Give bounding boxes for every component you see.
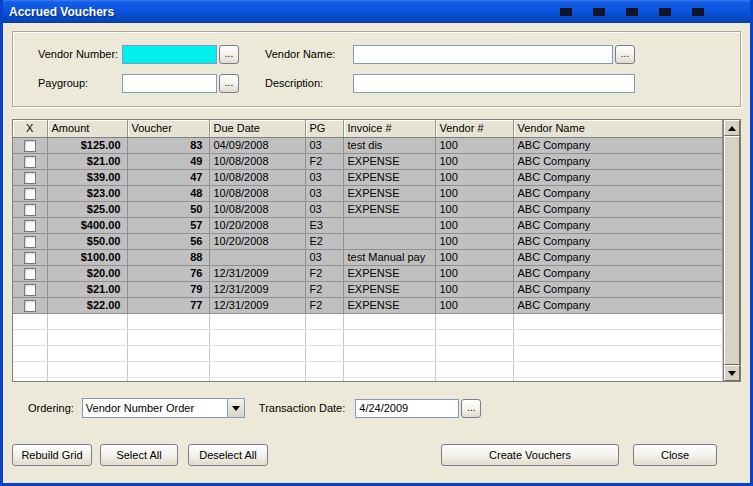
empty-cell bbox=[127, 377, 209, 382]
ordering-label: Ordering: bbox=[28, 402, 74, 414]
row-checkbox[interactable] bbox=[24, 284, 36, 296]
column-header-voucher[interactable]: Voucher bbox=[127, 120, 209, 137]
cell-due_date: 10/20/2008 bbox=[209, 217, 305, 233]
paygroup-input[interactable] bbox=[122, 74, 217, 93]
empty-cell bbox=[209, 377, 305, 382]
close-button[interactable]: Close bbox=[633, 444, 717, 466]
paygroup-browse-button[interactable]: ... bbox=[219, 74, 239, 93]
cell-pg: 03 bbox=[305, 137, 343, 153]
titlebar-square-icon bbox=[659, 8, 671, 16]
scrollbar-thumb[interactable] bbox=[724, 136, 740, 365]
cell-amount: $50.00 bbox=[47, 233, 127, 249]
cell-vendor_number: 100 bbox=[435, 169, 513, 185]
column-header-pg[interactable]: PG bbox=[305, 120, 343, 137]
cell-vendor_number: 100 bbox=[435, 265, 513, 281]
titlebar[interactable]: Accrued Vouchers bbox=[3, 0, 750, 23]
cell-invoice: EXPENSE bbox=[343, 265, 435, 281]
empty-cell bbox=[127, 313, 209, 329]
cell-vendor_name: ABC Company bbox=[513, 265, 723, 281]
empty-cell bbox=[209, 313, 305, 329]
table-row: $50.005610/20/2008E2100ABC Company bbox=[13, 233, 723, 249]
empty-cell bbox=[343, 345, 435, 361]
column-header-due-date[interactable]: Due Date bbox=[209, 120, 305, 137]
cell-amount: $125.00 bbox=[47, 137, 127, 153]
vendor-name-input[interactable] bbox=[353, 45, 613, 64]
empty-cell bbox=[343, 313, 435, 329]
vendor-name-browse-button[interactable]: ... bbox=[615, 45, 635, 64]
cell-voucher: 49 bbox=[127, 153, 209, 169]
table-row: $21.004910/08/2008F2EXPENSE100ABC Compan… bbox=[13, 153, 723, 169]
cell-pg: 03 bbox=[305, 201, 343, 217]
cell-pg: 03 bbox=[305, 169, 343, 185]
description-input[interactable] bbox=[353, 74, 635, 93]
row-select-cell bbox=[13, 249, 47, 265]
cell-vendor_name: ABC Company bbox=[513, 201, 723, 217]
vendor-number-browse-button[interactable]: ... bbox=[219, 45, 239, 64]
empty-cell bbox=[13, 313, 47, 329]
cell-vendor_number: 100 bbox=[435, 297, 513, 313]
row-checkbox[interactable] bbox=[24, 268, 36, 280]
scroll-up-button[interactable] bbox=[724, 120, 740, 136]
row-select-cell bbox=[13, 185, 47, 201]
scrollbar-track[interactable] bbox=[724, 136, 740, 365]
cell-vendor_number: 100 bbox=[435, 249, 513, 265]
titlebar-square-icon bbox=[560, 8, 572, 16]
row-checkbox[interactable] bbox=[24, 172, 36, 184]
empty-cell bbox=[305, 361, 343, 377]
table-row: $39.004710/08/200803EXPENSE100ABC Compan… bbox=[13, 169, 723, 185]
cell-vendor_number: 100 bbox=[435, 281, 513, 297]
cell-invoice: EXPENSE bbox=[343, 153, 435, 169]
empty-cell bbox=[305, 377, 343, 382]
cell-voucher: 48 bbox=[127, 185, 209, 201]
column-header-vendor-number[interactable]: Vendor # bbox=[435, 120, 513, 137]
cell-amount: $25.00 bbox=[47, 201, 127, 217]
cell-invoice: EXPENSE bbox=[343, 281, 435, 297]
dropdown-arrow-button[interactable] bbox=[227, 399, 244, 417]
row-select-cell bbox=[13, 153, 47, 169]
row-checkbox[interactable] bbox=[24, 252, 36, 264]
cell-pg: 03 bbox=[305, 185, 343, 201]
empty-cell bbox=[13, 329, 47, 345]
row-checkbox[interactable] bbox=[24, 220, 36, 232]
cell-vendor_number: 100 bbox=[435, 137, 513, 153]
cell-vendor_name: ABC Company bbox=[513, 297, 723, 313]
cell-due_date: 12/31/2009 bbox=[209, 265, 305, 281]
empty-grid-row bbox=[13, 377, 723, 382]
column-header-select[interactable]: X bbox=[13, 120, 47, 137]
titlebar-square-icon bbox=[692, 8, 704, 16]
scroll-down-button[interactable] bbox=[724, 365, 740, 381]
cell-due_date: 10/08/2008 bbox=[209, 169, 305, 185]
grid-vertical-scrollbar[interactable] bbox=[723, 120, 740, 381]
cell-invoice bbox=[343, 217, 435, 233]
column-header-invoice[interactable]: Invoice # bbox=[343, 120, 435, 137]
transaction-date-input[interactable] bbox=[355, 399, 459, 418]
row-checkbox[interactable] bbox=[24, 140, 36, 152]
transaction-date-browse-button[interactable]: ... bbox=[461, 399, 481, 418]
empty-cell bbox=[513, 329, 723, 345]
empty-cell bbox=[47, 329, 127, 345]
chevron-down-icon bbox=[232, 406, 240, 411]
row-checkbox[interactable] bbox=[24, 236, 36, 248]
cell-voucher: 79 bbox=[127, 281, 209, 297]
cell-voucher: 83 bbox=[127, 137, 209, 153]
rebuild-grid-button[interactable]: Rebuild Grid bbox=[12, 444, 92, 466]
empty-cell bbox=[47, 313, 127, 329]
create-vouchers-button[interactable]: Create Vouchers bbox=[441, 444, 619, 466]
select-all-button[interactable]: Select All bbox=[100, 444, 178, 466]
vendor-number-input[interactable] bbox=[122, 45, 217, 64]
titlebar-artifact-squares bbox=[560, 8, 704, 16]
cell-amount: $39.00 bbox=[47, 169, 127, 185]
cell-invoice: EXPENSE bbox=[343, 201, 435, 217]
column-header-vendor-name[interactable]: Vendor Name bbox=[513, 120, 723, 137]
empty-cell bbox=[343, 361, 435, 377]
row-checkbox[interactable] bbox=[24, 188, 36, 200]
column-header-amount[interactable]: Amount bbox=[47, 120, 127, 137]
empty-cell bbox=[209, 361, 305, 377]
paygroup-label: Paygroup: bbox=[38, 77, 122, 89]
row-checkbox[interactable] bbox=[24, 204, 36, 216]
row-checkbox[interactable] bbox=[24, 156, 36, 168]
row-checkbox[interactable] bbox=[24, 300, 36, 312]
cell-voucher: 57 bbox=[127, 217, 209, 233]
ordering-dropdown[interactable]: Vendor Number Order bbox=[82, 398, 245, 418]
deselect-all-button[interactable]: Deselect All bbox=[188, 444, 268, 466]
